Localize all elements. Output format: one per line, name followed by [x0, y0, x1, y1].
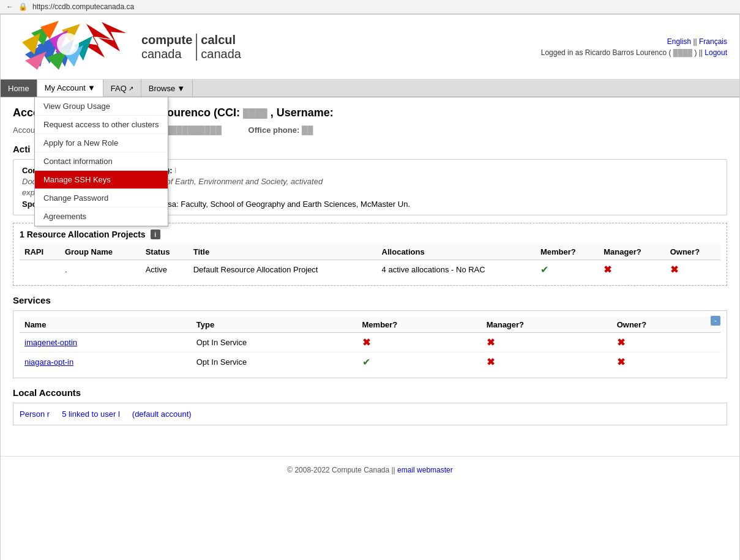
svc-manager-2: ✖ — [482, 353, 612, 372]
col-member: Member? — [536, 244, 599, 260]
logo-area: compute canada calcul canada — [13, 21, 241, 73]
col-title: Title — [189, 244, 377, 260]
svc-col-name: Name — [20, 317, 192, 333]
svc-col-owner: Owner? — [612, 317, 720, 333]
french-link[interactable]: Français — [699, 37, 727, 46]
dropdown-agreements[interactable]: Agreements — [35, 207, 168, 226]
lock-icon: 🔒 — [18, 2, 28, 11]
resource-title: 1 Resource Allocation Projects — [20, 230, 146, 239]
cell-member: ✔ — [536, 260, 599, 280]
table-row: . Active Default Resource Allocation Pro… — [20, 260, 720, 280]
dropdown-contact-info[interactable]: Contact information — [35, 152, 168, 171]
svc-member-2: ✔ — [357, 353, 482, 372]
dropdown-apply-new-role[interactable]: Apply for a New Role — [35, 134, 168, 152]
local-accounts-title: Local Accounts — [13, 387, 727, 398]
svc-owner-2: ✖ — [612, 353, 720, 372]
svc-col-member: Member? — [357, 317, 482, 333]
svc-col-manager: Manager? — [482, 317, 612, 333]
copyright-text: © 2008-2022 Compute Canada || — [287, 466, 395, 474]
col-owner: Owner? — [665, 244, 720, 260]
col-allocations: Allocations — [377, 244, 536, 260]
svc-col-type: Type — [192, 317, 357, 333]
resource-allocation-section: 1 Resource Allocation Projects i RAPI Gr… — [13, 223, 727, 286]
col-group-name: Group Name — [60, 244, 141, 260]
resource-table: RAPI Group Name Status Title Allocations… — [20, 244, 720, 279]
local-accounts-section: Person r 5 linked to user l (default acc… — [13, 403, 727, 425]
cell-status: Active — [141, 260, 189, 280]
site-footer: © 2008-2022 Compute Canada || email webm… — [1, 456, 739, 483]
nav-faq[interactable]: FAQ ↗ — [103, 80, 141, 97]
cell-rapi — [20, 260, 60, 280]
svc-name-2[interactable]: niagara-opt-in — [20, 353, 192, 372]
svc-type-2: Opt In Service — [192, 353, 357, 372]
default-account-link[interactable]: (default account) — [132, 409, 192, 419]
logged-in-text: Logged in as Ricardo Barros Lourenco ( █… — [541, 48, 727, 57]
my-account-dropdown: View Group Usage Request access to other… — [34, 97, 168, 226]
dropdown-request-access[interactable]: Request access to other clusters — [35, 116, 168, 134]
linked-user-link[interactable]: 5 linked to user l — [62, 409, 120, 419]
svc-table-row: niagara-opt-in Opt In Service ✔ ✖ ✖ — [20, 353, 720, 372]
services-table: Name Type Member? Manager? Owner? imagen… — [20, 317, 720, 371]
col-rapi: RAPI — [20, 244, 60, 260]
site-header: compute canada calcul canada English || … — [1, 15, 739, 80]
collapse-button[interactable]: - — [711, 316, 720, 326]
dropdown-view-group-usage[interactable]: View Group Usage — [35, 97, 168, 116]
resource-header: 1 Resource Allocation Projects i — [20, 230, 720, 239]
logo-graphic — [13, 21, 135, 73]
svc-name-1[interactable]: imagenet-optin — [20, 333, 192, 353]
svc-type-1: Opt In Service — [192, 333, 357, 353]
svc-member-1: ✖ — [357, 333, 482, 353]
local-account-row: Person r 5 linked to user l (default acc… — [20, 409, 720, 419]
url-bar[interactable]: https://ccdb.computecanada.ca — [32, 2, 134, 11]
page-wrapper: compute canada calcul canada English || … — [0, 14, 740, 560]
col-status: Status — [141, 244, 189, 260]
language-links: English || Français — [541, 37, 727, 46]
services-title: Services — [13, 295, 727, 305]
info-icon[interactable]: i — [151, 230, 160, 239]
office-phone: Office phone: ██ — [249, 125, 326, 135]
dropdown-change-password[interactable]: Change Password — [35, 189, 168, 207]
browser-bar: ← 🔒 https://ccdb.computecanada.ca — [0, 0, 740, 14]
services-section: - Name Type Member? Manager? Owner? imag… — [13, 310, 727, 378]
back-icon: ← — [6, 2, 13, 11]
main-nav: Home My Account ▼ FAQ ↗ Browse ▼ View Gr… — [1, 80, 739, 97]
header-right: English || Français Logged in as Ricardo… — [541, 37, 727, 57]
cell-allocations: 4 active allocations - No RAC — [377, 260, 536, 280]
nav-browse[interactable]: Browse ▼ — [141, 80, 193, 97]
nav-my-account[interactable]: My Account ▼ — [37, 80, 103, 97]
col-manager: Manager? — [599, 244, 665, 260]
cell-manager: ✖ — [599, 260, 665, 280]
english-link[interactable]: English — [667, 37, 691, 46]
svc-owner-1: ✖ — [612, 333, 720, 353]
svg-point-14 — [57, 33, 79, 55]
svc-manager-1: ✖ — [482, 333, 612, 353]
logout-link[interactable]: Logout — [704, 48, 727, 57]
cell-title: Default Resource Allocation Project — [189, 260, 377, 280]
email-webmaster-link[interactable]: email webmaster — [397, 466, 453, 474]
nav-home[interactable]: Home — [1, 80, 37, 97]
svc-table-row: imagenet-optin Opt In Service ✖ ✖ ✖ — [20, 333, 720, 353]
dropdown-manage-ssh-keys[interactable]: Manage SSH Keys — [35, 171, 168, 189]
logo-text: compute canada calcul canada — [141, 33, 241, 61]
cell-group-name: . — [60, 260, 141, 280]
cell-owner: ✖ — [665, 260, 720, 280]
person-link[interactable]: Person r — [20, 409, 50, 419]
